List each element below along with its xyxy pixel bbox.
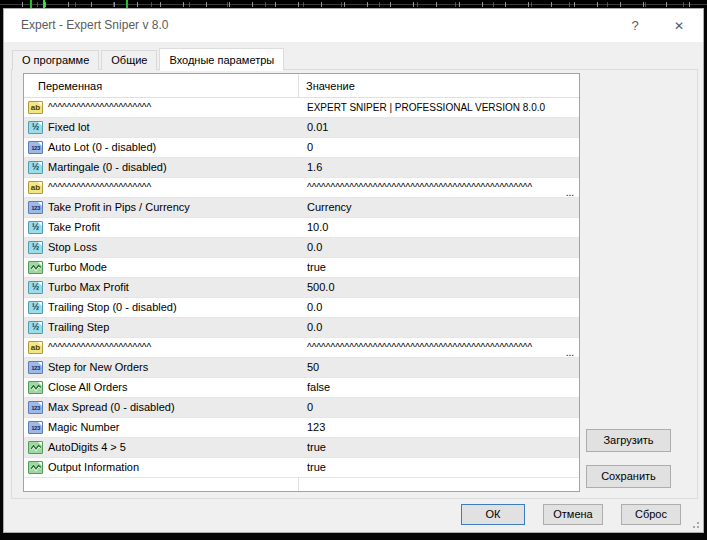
param-value[interactable]: true: [299, 438, 579, 457]
param-value[interactable]: 0: [299, 138, 579, 157]
table-row[interactable]: ½Fixed lot0.01: [24, 118, 579, 138]
table-row[interactable]: Close All Ordersfalse: [24, 378, 579, 398]
double-param-icon: ½: [28, 221, 43, 234]
param-name-cell: ab^^^^^^^^^^^^^^^^^^^^^^: [24, 338, 299, 357]
bool-param-icon: [28, 461, 43, 474]
param-name-cell: Close All Orders: [24, 378, 299, 397]
table-row[interactable]: 123Step for New Orders50: [24, 358, 579, 378]
param-value[interactable]: false: [299, 378, 579, 397]
integer-param-icon: 123: [28, 401, 43, 414]
table-row[interactable]: ½Martingale (0 - disabled)1.6: [24, 158, 579, 178]
string-param-icon: ab: [28, 181, 43, 194]
table-row[interactable]: 123Take Profit in Pips / CurrencyCurrenc…: [24, 198, 579, 218]
load-button[interactable]: Загрузить: [586, 429, 671, 452]
resize-grip[interactable]: [689, 518, 699, 528]
param-value[interactable]: true: [299, 258, 579, 277]
param-value[interactable]: 50: [299, 358, 579, 377]
param-value[interactable]: 0.0: [299, 318, 579, 337]
param-name-cell: 123Magic Number: [24, 418, 299, 437]
column-header-variable: Переменная: [38, 80, 102, 92]
param-value[interactable]: Currency: [299, 198, 579, 217]
table-row[interactable]: ½Trailing Stop (0 - disabled)0.0: [24, 298, 579, 318]
bool-param-icon: [28, 261, 43, 274]
param-name-cell: ½Turbo Max Profit: [24, 278, 299, 297]
title-bar: Expert - Expert Sniper v 8.0 ? ✕: [4, 9, 703, 42]
preset-buttons: Загрузить Сохранить: [586, 429, 671, 488]
truncation-ellipsis: ...: [566, 348, 574, 357]
param-name: Output Information: [48, 461, 139, 473]
param-name: Turbo Max Profit: [48, 281, 129, 293]
param-value[interactable]: 0.01: [299, 118, 579, 137]
bool-param-icon: [28, 441, 43, 454]
table-row[interactable]: AutoDigits 4 > 5true: [24, 438, 579, 458]
param-value[interactable]: ^^^^^^^^^^^^^^^^^^^^^^^^^^^^^^^^^^^^^^^^…: [299, 178, 579, 197]
table-row[interactable]: 123Auto Lot (0 - disabled)0: [24, 138, 579, 158]
truncation-ellipsis: ...: [566, 188, 574, 197]
string-param-icon: ab: [28, 341, 43, 354]
double-param-icon: ½: [28, 121, 43, 134]
table-row[interactable]: ab^^^^^^^^^^^^^^^^^^^^^^EXPERT SNIPER | …: [24, 98, 579, 118]
param-name: Fixed lot: [48, 121, 90, 133]
table-row[interactable]: Output Informationtrue: [24, 458, 579, 478]
table-row[interactable]: 123Magic Number123: [24, 418, 579, 438]
param-name-cell: ½Trailing Step: [24, 318, 299, 337]
help-button[interactable]: ?: [619, 14, 651, 38]
param-name: Magic Number: [48, 421, 120, 433]
table-row[interactable]: ½Stop Loss0.0: [24, 238, 579, 258]
param-value[interactable]: 0.0: [299, 298, 579, 317]
param-value[interactable]: EXPERT SNIPER | PROFESSIONAL VERSION 8.0…: [299, 98, 579, 117]
parameters-table: Переменная Значение ab^^^^^^^^^^^^^^^^^^…: [23, 73, 580, 492]
param-value[interactable]: 0: [299, 398, 579, 417]
param-value[interactable]: true: [299, 458, 579, 477]
double-param-icon: ½: [28, 241, 43, 254]
param-name-cell: 123Auto Lot (0 - disabled): [24, 138, 299, 157]
tab-0[interactable]: О программе: [12, 50, 99, 70]
table-row[interactable]: Turbo Modetrue: [24, 258, 579, 278]
param-name: Max Spread (0 - disabled): [48, 401, 175, 413]
param-name: Step for New Orders: [48, 361, 148, 373]
param-name: AutoDigits 4 > 5: [48, 441, 126, 453]
table-row[interactable]: ½Take Profit10.0: [24, 218, 579, 238]
double-param-icon: ½: [28, 161, 43, 174]
param-name-cell: ab^^^^^^^^^^^^^^^^^^^^^^: [24, 178, 299, 197]
param-name-cell: ½Trailing Stop (0 - disabled): [24, 298, 299, 317]
integer-param-icon: 123: [28, 421, 43, 434]
param-name-cell: ½Fixed lot: [24, 118, 299, 137]
close-icon[interactable]: ✕: [663, 14, 695, 38]
param-value[interactable]: 0.0: [299, 238, 579, 257]
bool-param-icon: [28, 381, 43, 394]
double-param-icon: ½: [28, 301, 43, 314]
param-name: Martingale (0 - disabled): [48, 161, 167, 173]
tab-1[interactable]: Общие: [101, 50, 157, 70]
expert-settings-dialog: Expert - Expert Sniper v 8.0 ? ✕ О прогр…: [3, 8, 704, 533]
table-row[interactable]: ab^^^^^^^^^^^^^^^^^^^^^^^^^^^^^^^^^^^^^^…: [24, 338, 579, 358]
param-name: Trailing Stop (0 - disabled): [48, 301, 177, 313]
string-param-icon: ab: [28, 101, 43, 114]
param-name-cell: ½Take Profit: [24, 218, 299, 237]
param-name-cell: AutoDigits 4 > 5: [24, 438, 299, 457]
param-name: Auto Lot (0 - disabled): [48, 141, 156, 153]
double-param-icon: ½: [28, 281, 43, 294]
column-header-value: Значение: [306, 80, 355, 92]
save-button[interactable]: Сохранить: [586, 465, 671, 488]
integer-param-icon: 123: [28, 361, 43, 374]
param-value[interactable]: 1.6: [299, 158, 579, 177]
param-value[interactable]: 10.0: [299, 218, 579, 237]
table-row[interactable]: 123Max Spread (0 - disabled)0: [24, 398, 579, 418]
param-value[interactable]: ^^^^^^^^^^^^^^^^^^^^^^^^^^^^^^^^^^^^^^^^…: [299, 338, 579, 357]
ok-button[interactable]: ОК: [461, 504, 525, 525]
tab-2[interactable]: Входные параметры: [159, 48, 284, 71]
param-name: Take Profit in Pips / Currency: [48, 201, 190, 213]
table-row[interactable]: ab^^^^^^^^^^^^^^^^^^^^^^^^^^^^^^^^^^^^^^…: [24, 178, 579, 198]
param-name: ^^^^^^^^^^^^^^^^^^^^^^: [48, 182, 151, 193]
tab-bar: О программеОбщиеВходные параметры: [12, 47, 286, 70]
param-value[interactable]: 500.0: [299, 278, 579, 297]
param-name-cell: Output Information: [24, 458, 299, 477]
param-value[interactable]: 123: [299, 418, 579, 437]
table-row[interactable]: ½Turbo Max Profit500.0: [24, 278, 579, 298]
cancel-button[interactable]: Отмена: [543, 504, 603, 525]
param-name-cell: 123Max Spread (0 - disabled): [24, 398, 299, 417]
integer-param-icon: 123: [28, 201, 43, 214]
reset-button[interactable]: Сброс: [621, 504, 681, 525]
table-row[interactable]: ½Trailing Step0.0: [24, 318, 579, 338]
